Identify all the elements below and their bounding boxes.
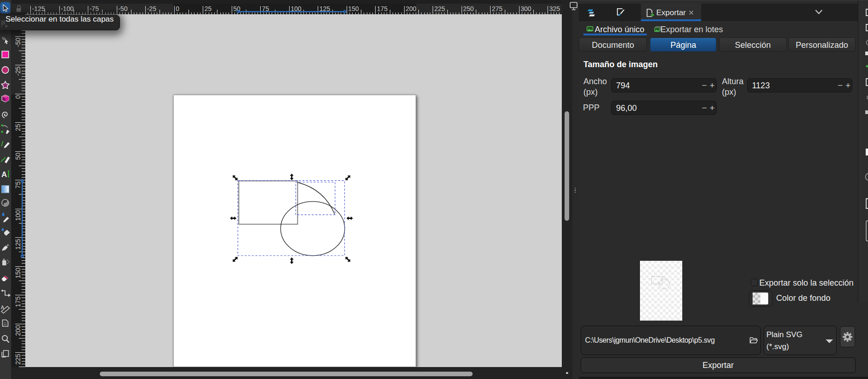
svg-text:-25: -25	[147, 5, 156, 12]
svg-text:-50: -50	[118, 5, 127, 12]
svg-text:225: 225	[434, 5, 445, 12]
svg-text:A: A	[1, 305, 4, 310]
svg-text:275: 275	[492, 5, 503, 12]
svg-text:75: 75	[14, 181, 22, 189]
svg-text:25: 25	[205, 5, 212, 12]
svg-text:175: 175	[377, 5, 388, 12]
svg-text:150: 150	[348, 5, 359, 12]
svg-text:-50: -50	[14, 38, 22, 47]
svg-text:200: 200	[405, 5, 417, 12]
svg-text:-25: -25	[14, 66, 22, 75]
svg-text:0: 0	[176, 5, 179, 12]
svg-text:250: 250	[463, 5, 474, 12]
svg-text:300: 300	[520, 5, 531, 12]
svg-text:-75: -75	[90, 5, 99, 12]
svg-text:200: 200	[14, 325, 22, 336]
svg-text:175: 175	[14, 296, 22, 307]
svg-text:0: 0	[14, 95, 22, 99]
svg-text:150: 150	[14, 268, 22, 279]
svg-text:100: 100	[14, 210, 22, 221]
svg-text:-125: -125	[32, 5, 45, 12]
svg-text:50: 50	[14, 153, 22, 160]
svg-text:25: 25	[14, 124, 22, 131]
svg-text:225: 225	[14, 354, 22, 365]
svg-text:A: A	[1, 170, 7, 179]
svg-text:125: 125	[14, 239, 22, 250]
svg-text:-100: -100	[61, 5, 74, 12]
svg-text:325: 325	[549, 5, 560, 12]
